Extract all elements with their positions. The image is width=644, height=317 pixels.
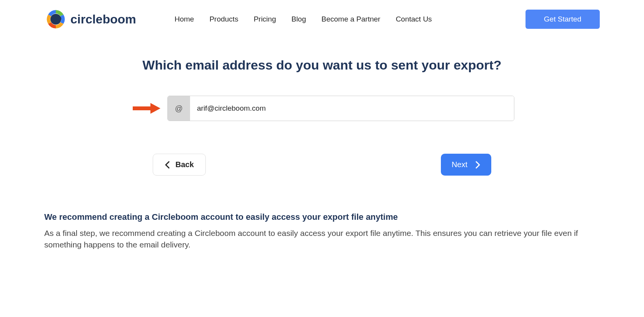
email-input-group: @ <box>167 96 514 121</box>
page-heading: Which email address do you want us to se… <box>44 58 600 73</box>
nav-pricing[interactable]: Pricing <box>254 15 276 23</box>
header: circleboom Home Products Pricing Blog Be… <box>0 0 644 38</box>
nav-contact[interactable]: Contact Us <box>396 15 432 23</box>
main-content: Which email address do you want us to se… <box>0 38 644 251</box>
circleboom-logo-icon <box>44 8 67 31</box>
logo[interactable]: circleboom <box>44 8 136 31</box>
back-button-label: Back <box>175 160 194 169</box>
pointer-arrow <box>130 101 160 115</box>
email-input-row: @ <box>130 96 514 121</box>
chevron-left-icon <box>165 161 170 169</box>
main-nav: Home Products Pricing Blog Become a Part… <box>175 15 510 23</box>
recommend-title: We recommend creating a Circleboom accou… <box>44 212 600 222</box>
nav-products[interactable]: Products <box>209 15 238 23</box>
at-symbol-prefix: @ <box>168 96 190 121</box>
svg-marker-2 <box>150 103 160 114</box>
arrow-icon <box>133 101 160 115</box>
recommend-body: As a final step, we recommend creating a… <box>44 227 600 251</box>
nav-home[interactable]: Home <box>175 15 194 23</box>
logo-text: circleboom <box>70 12 136 27</box>
nav-partner[interactable]: Become a Partner <box>322 15 380 23</box>
next-button[interactable]: Next <box>441 154 491 176</box>
get-started-button[interactable]: Get Started <box>526 10 600 29</box>
chevron-right-icon <box>475 161 480 169</box>
next-button-label: Next <box>452 160 467 169</box>
back-button[interactable]: Back <box>153 154 206 176</box>
recommendation-section: We recommend creating a Circleboom accou… <box>44 212 600 251</box>
nav-buttons: Back Next <box>153 154 491 176</box>
email-field[interactable] <box>190 96 514 121</box>
nav-blog[interactable]: Blog <box>291 15 306 23</box>
